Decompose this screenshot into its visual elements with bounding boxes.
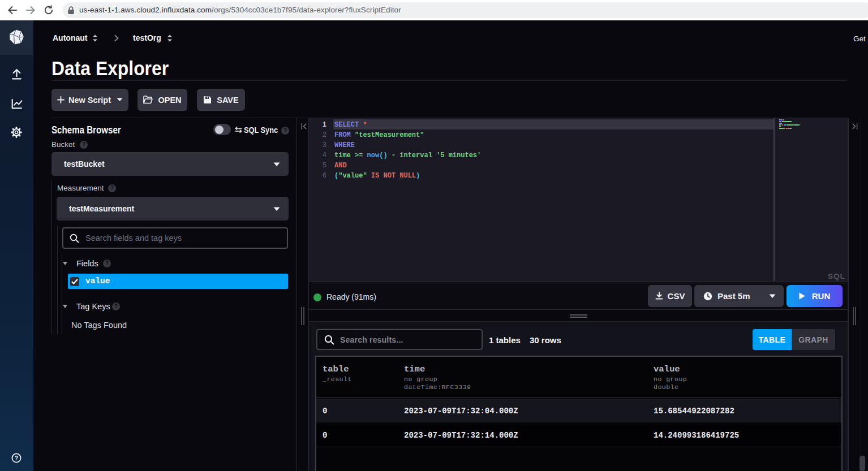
svg-text:?: ? — [15, 455, 18, 461]
